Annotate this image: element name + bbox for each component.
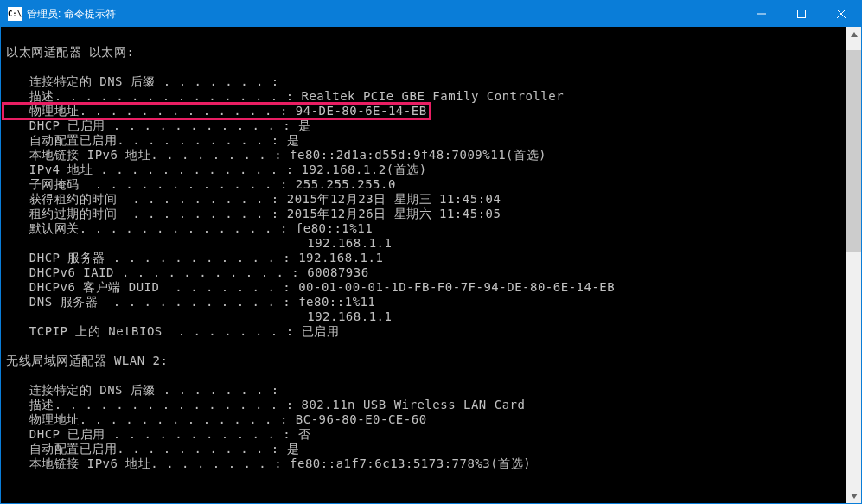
ethernet-row-2: 物理地址. . . . . . . . . . . . . : 94-DE-80…: [6, 104, 846, 118]
titlebar[interactable]: C:\ 管理员: 命令提示符: [1, 1, 861, 27]
blank-line: [6, 30, 846, 45]
ethernet-row-0: 连接特定的 DNS 后缀 . . . . . . . :: [6, 74, 846, 89]
ethernet-row-13: DHCPv6 IAID . . . . . . . . . . . : 6008…: [6, 265, 846, 280]
ethernet-row-11: 192.168.1.1: [6, 236, 846, 251]
wlan-row-4: 自动配置已启用. . . . . . . . . . : 是: [6, 442, 846, 456]
minimize-button[interactable]: [742, 1, 782, 27]
minimize-icon: [757, 10, 766, 18]
chevron-up-icon: [851, 32, 858, 37]
vertical-scrollbar[interactable]: [846, 27, 861, 503]
ethernet-row-6: IPv4 地址 . . . . . . . . . . . . : 192.16…: [6, 163, 846, 177]
app-icon: C:\: [8, 7, 22, 21]
terminal-output[interactable]: 以太网适配器 以太网: 连接特定的 DNS 后缀 . . . . . . . :…: [1, 27, 846, 503]
maximize-icon: [797, 10, 806, 18]
window-title: 管理员: 命令提示符: [27, 7, 116, 22]
wlan-adapter-title: 无线局域网适配器 WLAN 2:: [6, 354, 846, 368]
scrollbar-thumb[interactable]: [846, 50, 861, 252]
ethernet-row-14: DHCPv6 客户端 DUID . . . . . . . : 00-01-00…: [6, 280, 846, 295]
ethernet-row-9: 租约过期的时间 . . . . . . . . . : 2015年12月26日 …: [6, 207, 846, 221]
ethernet-row-16: 192.168.1.1: [6, 309, 846, 324]
ethernet-row-7: 子网掩码 . . . . . . . . . . . . : 255.255.2…: [6, 177, 846, 192]
blank-line: [6, 368, 846, 383]
maximize-button[interactable]: [782, 1, 821, 27]
scroll-down-button[interactable]: [846, 488, 861, 503]
ethernet-row-1: 描述. . . . . . . . . . . . . . . : Realte…: [6, 89, 846, 104]
blank-line: [6, 60, 846, 74]
command-prompt-window: C:\ 管理员: 命令提示符 以太网适配器 以太网: 连接特定的 DNS 后缀 …: [0, 0, 862, 504]
ethernet-row-15: DNS 服务器 . . . . . . . . . . . : fe80::1%…: [6, 295, 846, 309]
ethernet-row-3: DHCP 已启用 . . . . . . . . . . . : 是: [6, 118, 846, 133]
highlighted-physical-address: 物理地址. . . . . . . . . . . . . : 94-DE-80…: [3, 104, 430, 118]
wlan-row-3: DHCP 已启用 . . . . . . . . . . . : 否: [6, 427, 846, 442]
scroll-up-button[interactable]: [846, 27, 861, 41]
scrollbar-track[interactable]: [846, 41, 861, 488]
wlan-row-1: 描述. . . . . . . . . . . . . . . : 802.11…: [6, 398, 846, 412]
wlan-row-0: 连接特定的 DNS 后缀 . . . . . . . :: [6, 383, 846, 398]
blank-line: [6, 339, 846, 354]
wlan-row-5: 本地链接 IPv6 地址. . . . . . . . : fe80::a1f7…: [6, 456, 846, 471]
ethernet-row-10: 默认网关. . . . . . . . . . . . . : fe80::1%…: [6, 221, 846, 236]
ethernet-row-5: 本地链接 IPv6 地址. . . . . . . . : fe80::2d1a…: [6, 148, 846, 163]
chevron-down-icon: [851, 494, 858, 499]
svg-rect-0: [798, 10, 806, 18]
close-icon: [837, 10, 846, 18]
ethernet-row-17: TCPIP 上的 NetBIOS . . . . . . . : 已启用: [6, 324, 846, 339]
ethernet-adapter-title: 以太网适配器 以太网:: [6, 45, 846, 60]
ethernet-row-8: 获得租约的时间 . . . . . . . . . : 2015年12月23日 …: [6, 192, 846, 207]
ethernet-row-12: DHCP 服务器 . . . . . . . . . . . : 192.168…: [6, 251, 846, 265]
wlan-row-2: 物理地址. . . . . . . . . . . . . : BC-96-80…: [6, 412, 846, 427]
close-button[interactable]: [821, 1, 861, 27]
ethernet-row-4: 自动配置已启用. . . . . . . . . . : 是: [6, 133, 846, 148]
